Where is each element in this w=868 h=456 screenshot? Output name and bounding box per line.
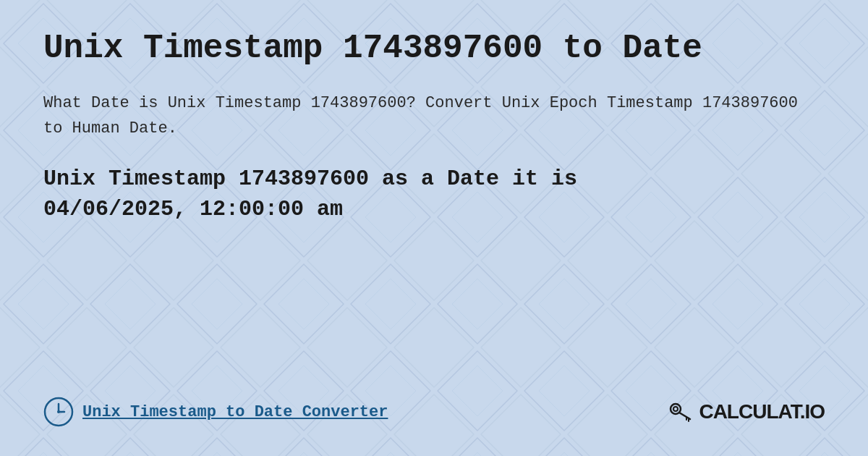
clock-icon (43, 397, 74, 427)
result-line2: 04/06/2025, 12:00:00 am (43, 197, 343, 221)
calculat-logo-area[interactable]: CALCULAT.IO (667, 399, 825, 425)
footer-link-text[interactable]: Unix Timestamp to Date Converter (82, 403, 388, 421)
footer-link-area[interactable]: Unix Timestamp to Date Converter (43, 397, 388, 427)
page-title: Unix Timestamp 1743897600 to Date (43, 29, 825, 69)
page-description: What Date is Unix Timestamp 1743897600? … (43, 90, 825, 141)
result-line1: Unix Timestamp 1743897600 as a Date it i… (43, 166, 577, 191)
svg-point-9 (57, 410, 60, 413)
footer: Unix Timestamp to Date Converter CALCULA… (43, 382, 825, 427)
key-icon (667, 399, 693, 425)
result-section: Unix Timestamp 1743897600 as a Date it i… (43, 164, 825, 224)
calculat-logo-text: CALCULAT.IO (699, 400, 825, 423)
svg-point-11 (673, 407, 678, 411)
result-text: Unix Timestamp 1743897600 as a Date it i… (43, 164, 825, 224)
